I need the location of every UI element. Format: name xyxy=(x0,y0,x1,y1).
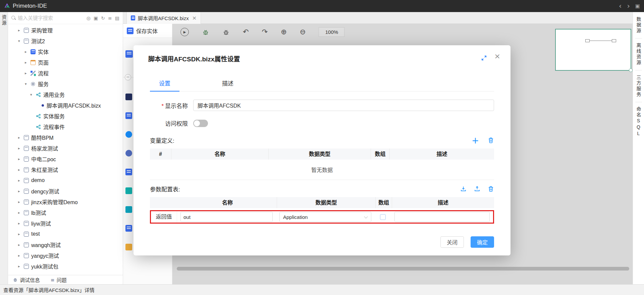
delete-variable-button[interactable] xyxy=(488,137,494,143)
layout-toggle-icon[interactable]: ▣ xyxy=(635,3,640,9)
palette-component-icon[interactable] xyxy=(125,131,132,138)
minimap[interactable] xyxy=(555,29,631,71)
tree-item[interactable]: 测试2 xyxy=(8,36,123,46)
close-icon[interactable]: × xyxy=(494,53,500,60)
chevron-right-icon[interactable] xyxy=(18,178,24,183)
run-button[interactable]: ▶ xyxy=(180,28,189,36)
locate-icon[interactable]: ◎ xyxy=(87,15,91,21)
collapse-all-icon[interactable]: ▣ xyxy=(94,15,98,21)
collapse-panel-icon[interactable]: − xyxy=(125,74,131,80)
undo-icon[interactable]: ↶ xyxy=(243,28,249,36)
chevron-right-icon[interactable] xyxy=(25,71,31,75)
tree-item[interactable]: wangqh测试 xyxy=(8,239,123,250)
chevron-down-icon[interactable] xyxy=(25,82,31,86)
tree-item[interactable]: 实体服务 xyxy=(8,111,123,121)
add-variable-icon[interactable]: + xyxy=(472,137,479,144)
chevron-right-icon[interactable] xyxy=(18,28,24,33)
right-rail-tab-offline-resources[interactable]: 离线资源 xyxy=(635,43,642,66)
palette-rows-icon[interactable] xyxy=(125,225,132,232)
save-entity-button[interactable]: 保存实体 xyxy=(123,24,172,38)
tab-close-icon[interactable]: × xyxy=(192,15,197,21)
tree-item[interactable]: 中电二poc xyxy=(8,154,123,164)
delete-param-button[interactable] xyxy=(488,186,494,192)
chevron-right-icon[interactable] xyxy=(18,168,24,172)
chevron-right-icon[interactable] xyxy=(18,146,24,151)
chevron-right-icon[interactable] xyxy=(18,157,24,161)
horizontal-scrollbar[interactable] xyxy=(177,267,629,271)
nav-back-icon[interactable]: ‹ xyxy=(619,3,622,10)
tree-item[interactable]: 朱红星测试 xyxy=(8,164,123,175)
tree-item[interactable]: 杨家龙测试 xyxy=(8,143,123,154)
palette-node-icon[interactable] xyxy=(125,94,132,100)
editor-tab[interactable]: 脚本调用AFCSDK.bizx × xyxy=(126,12,201,24)
tree-item[interactable]: 通用业务 xyxy=(8,89,123,100)
tree-item[interactable]: 流程 xyxy=(8,68,123,78)
chevron-right-icon[interactable] xyxy=(18,135,24,140)
zoom-level-select[interactable]: 100% xyxy=(319,27,344,37)
param-desc-input[interactable] xyxy=(394,212,490,222)
debug-info-tab[interactable]: 调试信息 xyxy=(13,276,40,283)
sort-icon[interactable]: ≡ xyxy=(108,15,112,21)
zoom-in-icon[interactable]: ⊕ xyxy=(281,28,287,36)
param-type-select[interactable]: Application xyxy=(279,212,371,222)
tree-item[interactable]: 服务 xyxy=(8,78,123,89)
tab-description[interactable]: 描述 xyxy=(213,76,243,91)
tree-item[interactable]: dengcy测试 xyxy=(8,186,123,196)
palette-table-icon[interactable] xyxy=(125,112,132,119)
nav-forward-icon[interactable]: › xyxy=(627,3,630,10)
access-permission-toggle[interactable] xyxy=(193,120,208,127)
chevron-right-icon[interactable] xyxy=(18,200,24,204)
chevron-right-icon[interactable] xyxy=(18,253,24,258)
tab-settings[interactable]: 设置 xyxy=(150,76,179,91)
problems-tab[interactable]: ≡ 问题 xyxy=(51,276,67,283)
confirm-button[interactable]: 确定 xyxy=(471,236,494,248)
palette-field-icon[interactable] xyxy=(125,206,132,213)
panel-icon[interactable]: ▤ xyxy=(115,15,119,21)
chevron-right-icon[interactable] xyxy=(18,211,24,215)
tree-item[interactable]: test xyxy=(8,229,123,239)
tree-item[interactable]: 流程事件 xyxy=(8,121,123,132)
chevron-down-icon[interactable] xyxy=(30,93,36,97)
param-name-input[interactable] xyxy=(180,212,273,222)
debug-run-button[interactable] xyxy=(202,28,209,36)
tree-item[interactable]: 实体 xyxy=(8,46,123,57)
import-params-button[interactable] xyxy=(460,186,467,192)
chevron-down-icon[interactable] xyxy=(18,39,24,43)
tree-item[interactable]: 采购管理 xyxy=(8,25,123,36)
tree-item[interactable]: yangyc测试 xyxy=(8,250,123,261)
zoom-out-icon[interactable]: ⊖ xyxy=(300,28,306,36)
tree-item[interactable]: jinzx采购管理Demo xyxy=(8,196,123,207)
chevron-right-icon[interactable] xyxy=(18,221,24,226)
right-rail-tab-datasource[interactable]: 数据源 xyxy=(635,17,642,34)
chevron-right-icon[interactable] xyxy=(25,50,31,54)
chevron-right-icon[interactable] xyxy=(25,60,31,65)
tree-item[interactable]: lb测试 xyxy=(8,207,123,218)
redo-icon[interactable]: ↷ xyxy=(262,28,268,36)
right-rail-tab-named-sql[interactable]: 命名SQL xyxy=(635,107,642,137)
right-rail-tab-third-party-services[interactable]: 三方服务 xyxy=(635,75,642,98)
chevron-right-icon[interactable] xyxy=(18,243,24,247)
tree-item[interactable]: 酷特BPM xyxy=(8,132,123,143)
left-rail-tab-resources[interactable]: 资源 xyxy=(1,15,7,26)
fullscreen-icon[interactable] xyxy=(481,55,487,61)
tree-item-selected[interactable]: 脚本调用AFCSDK.bizx xyxy=(8,100,123,111)
chevron-right-icon[interactable] xyxy=(18,264,24,269)
test-button[interactable] xyxy=(222,28,230,36)
chevron-right-icon[interactable] xyxy=(18,232,24,236)
palette-field-icon[interactable] xyxy=(125,187,132,194)
palette-group-icon[interactable] xyxy=(125,50,133,58)
palette-gear-icon[interactable] xyxy=(125,150,132,157)
tree-item[interactable]: demo xyxy=(8,175,123,186)
tree-item[interactable]: 页面 xyxy=(8,57,123,68)
refresh-icon[interactable]: ↻ xyxy=(101,15,105,21)
tree-item[interactable]: liyw测试 xyxy=(8,218,123,229)
search-input[interactable] xyxy=(18,15,85,21)
export-params-button[interactable] xyxy=(474,186,480,192)
display-name-input[interactable] xyxy=(193,100,494,111)
palette-edit-icon[interactable] xyxy=(125,244,132,250)
palette-list-icon[interactable] xyxy=(125,169,132,175)
close-button[interactable]: 关闭 xyxy=(440,236,464,248)
tree-item[interactable]: yukk测试包 xyxy=(8,261,123,272)
chevron-right-icon[interactable] xyxy=(18,189,24,193)
param-array-checkbox[interactable] xyxy=(380,214,386,220)
